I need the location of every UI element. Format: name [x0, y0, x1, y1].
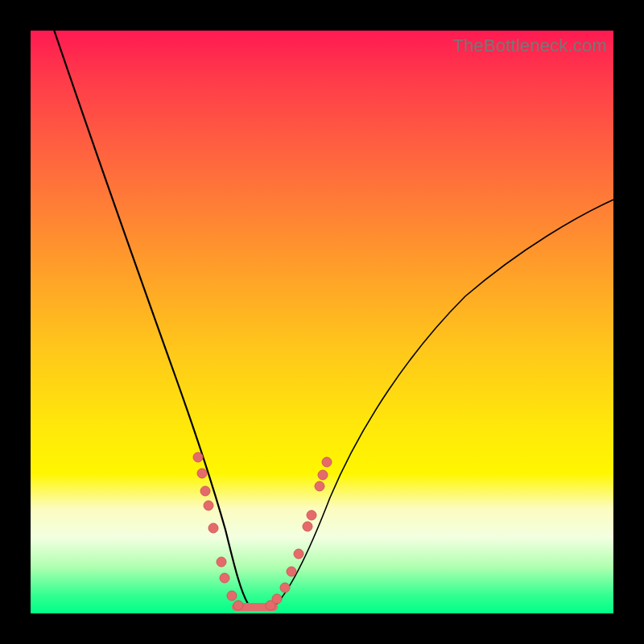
svg-point-16 — [315, 481, 324, 491]
svg-point-11 — [280, 583, 290, 592]
curve-left-arm — [52, 31, 248, 604]
svg-point-4 — [208, 523, 218, 533]
curve-svg — [31, 31, 613, 613]
svg-point-2 — [200, 486, 210, 496]
curve-right-arm — [272, 200, 613, 609]
svg-point-8 — [233, 601, 243, 610]
highlight-dots — [193, 452, 332, 610]
svg-point-1 — [197, 469, 207, 478]
svg-point-15 — [307, 510, 316, 520]
svg-point-10 — [272, 594, 282, 604]
chart-frame: TheBottleneck.com — [0, 0, 644, 644]
svg-point-6 — [220, 573, 229, 583]
plot-area: TheBottleneck.com — [31, 31, 613, 613]
svg-point-17 — [318, 470, 328, 480]
svg-point-3 — [204, 501, 213, 510]
svg-point-7 — [227, 591, 237, 601]
svg-point-12 — [287, 567, 296, 576]
svg-point-5 — [217, 557, 226, 567]
svg-point-14 — [303, 522, 312, 531]
svg-point-0 — [193, 452, 203, 462]
svg-point-13 — [294, 549, 303, 559]
svg-point-18 — [322, 457, 332, 467]
